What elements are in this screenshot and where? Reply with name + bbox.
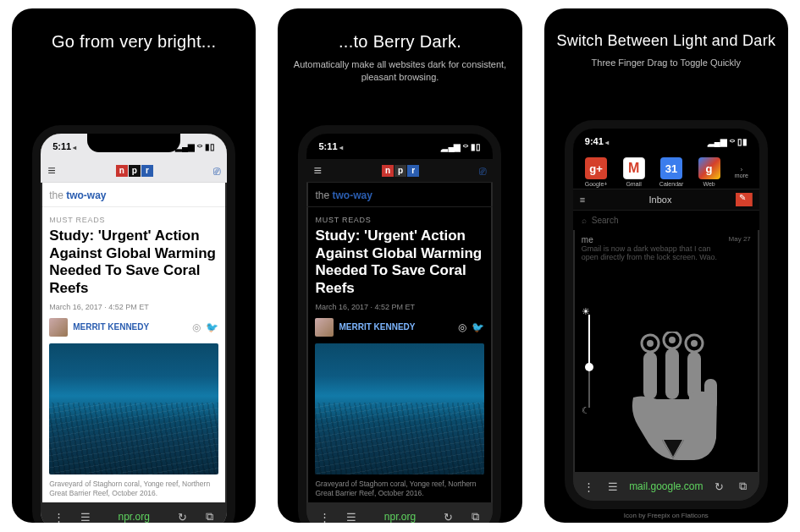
author-name[interactable]: MERRIT KENNEDY (73, 322, 187, 332)
kicker: MUST READS (306, 207, 493, 226)
app-gmail[interactable]: MGmail (615, 157, 652, 187)
message-row[interactable]: me May 27 Gmail is now a dark webapp tha… (573, 230, 759, 266)
panel-title: Switch Between Light and Dark (556, 32, 775, 50)
calendar-icon: 31 (660, 157, 682, 179)
brightness-slider[interactable] (588, 315, 590, 408)
status-time: 5:11 (52, 141, 76, 151)
tabs-button[interactable]: ⧉ (200, 507, 218, 523)
photo-caption: Graveyard of Staghorn coral, Yonge reef,… (41, 474, 227, 498)
phone-mockup-light: 5:11 ▂▄▆ ⌔ ▮▯ ≡ npr ⎚ the two-way MUST R… (32, 125, 235, 523)
npr-logo: npr (116, 165, 153, 177)
chevron-right-icon: › (741, 167, 742, 173)
reload-button[interactable]: ↻ (712, 477, 727, 496)
app-switcher-row: g+Google+ MGmail 31Calendar gWeb ›more (573, 154, 759, 189)
menu-button[interactable]: ≡ (580, 195, 585, 205)
twitter-icon: 🐦 (472, 321, 484, 333)
reload-button[interactable]: ↻ (173, 507, 191, 523)
panel-subtitle: Three Finger Drag to Toggle Quickly (592, 57, 742, 69)
phone-notch (353, 134, 446, 152)
sidebar-button[interactable]: ⋮ (582, 477, 597, 496)
svg-point-3 (669, 337, 676, 343)
message-from: me (582, 235, 751, 244)
message-snippet: Gmail is now a dark webapp that I can (582, 244, 751, 253)
reader-button[interactable]: ☰ (76, 507, 95, 523)
browser-toolbar: ⋮ ☰ mail.google.com ↻ ⧉ (573, 472, 759, 501)
message-date: May 27 (729, 235, 751, 243)
phone-mockup-dark: 5:11 ▂▄▆ ⌔ ▮▯ ≡ npr ⎚ the two-way MUST R… (298, 125, 501, 523)
search-bar[interactable]: ⌕ Search (573, 211, 759, 230)
panel-title: Go from very bright... (52, 32, 216, 52)
byline: MERRIT KENNEDY ◎🐦 (41, 318, 227, 343)
web-icon: g (698, 157, 720, 179)
promo-panel-gesture: Switch Between Light and Dark Three Fing… (544, 8, 788, 523)
address-bar[interactable]: mail.google.com (629, 480, 703, 492)
gmail-icon: M (623, 157, 645, 179)
address-bar[interactable]: npr.org (103, 511, 164, 523)
promo-panel-light: Go from very bright... 5:11 ▂▄▆ ⌔ ▮▯ ≡ n… (12, 8, 256, 523)
author-avatar[interactable] (315, 318, 334, 337)
article-headline[interactable]: Study: 'Urgent' Action Against Global Wa… (41, 226, 227, 303)
radio-icon[interactable]: ⎚ (479, 164, 486, 178)
message-snippet: open directly from the lock screen. Wao. (582, 253, 751, 261)
instagram-icon: ◎ (458, 321, 466, 333)
share-icons[interactable]: ◎🐦 (192, 321, 218, 333)
section-label[interactable]: the two-way (41, 183, 227, 207)
promo-panel-dark: ...to Berry Dark. Automatically make all… (278, 8, 521, 523)
browser-toolbar: ⋮ ☰ npr.org ↻ ⧉ (41, 502, 227, 523)
status-time: 9:41 (585, 136, 609, 146)
more-apps-button[interactable]: ›more (729, 157, 754, 187)
article-dateline: March 16, 2017 · 4:52 PM ET (306, 303, 493, 318)
battery-icon: ▮▯ (471, 142, 481, 151)
wifi-icon: ⌔ (463, 142, 468, 151)
author-avatar[interactable] (49, 318, 68, 337)
status-indicators: ▂▄▆ ⌔ ▮▯ (441, 142, 481, 151)
byline: MERRIT KENNEDY ◎🐦 (306, 318, 493, 343)
reload-button[interactable]: ↻ (439, 507, 457, 523)
sidebar-button[interactable]: ⋮ (49, 507, 68, 523)
radio-icon[interactable]: ⎚ (213, 164, 220, 178)
panel-title: ...to Berry Dark. (339, 32, 461, 52)
slider-thumb[interactable] (585, 363, 593, 371)
svg-rect-7 (665, 348, 679, 399)
site-header: ≡ npr ⎚ (41, 159, 227, 183)
inbox-title: Inbox (649, 195, 672, 205)
tabs-button[interactable]: ⧉ (736, 477, 751, 496)
svg-rect-6 (643, 352, 657, 399)
reader-button[interactable]: ☰ (605, 477, 621, 496)
app-web[interactable]: gWeb (691, 157, 727, 187)
site-header: ≡ npr ⎚ (306, 159, 493, 183)
article-photo[interactable] (315, 343, 484, 474)
googleplus-icon: g+ (585, 157, 607, 179)
tabs-button[interactable]: ⧉ (466, 507, 484, 523)
icon-credit: Icon by Freepix on Flaticons (544, 512, 788, 519)
phone-notch (620, 129, 713, 147)
three-finger-drag-icon (613, 332, 731, 475)
sidebar-button[interactable]: ⋮ (315, 507, 334, 523)
article-headline[interactable]: Study: 'Urgent' Action Against Global Wa… (306, 226, 493, 303)
photo-caption: Graveyard of Staghorn coral, Yonge reef,… (306, 474, 493, 498)
address-bar[interactable]: npr.org (369, 511, 430, 523)
search-icon: ⌕ (582, 216, 587, 225)
inbox-header: ≡ Inbox (573, 189, 759, 211)
twitter-icon: 🐦 (206, 321, 218, 333)
status-time: 5:11 (318, 141, 342, 151)
browser-toolbar: ⋮ ☰ npr.org ↻ ⧉ (306, 502, 493, 523)
instagram-icon: ◎ (192, 321, 201, 333)
app-calendar[interactable]: 31Calendar (654, 157, 690, 187)
panel-subtitle: Automatically make all websites dark for… (278, 58, 521, 85)
wifi-icon: ⌔ (730, 137, 735, 146)
wifi-icon: ⌔ (197, 142, 202, 151)
phone-mockup-gesture: 9:41 ▂▄▆ ⌔ ▯▮ g+Google+ MGmail 31Calenda… (565, 120, 768, 509)
battery-icon: ▮▯ (205, 142, 215, 151)
reader-button[interactable]: ☰ (342, 507, 361, 523)
status-indicators: ▂▄▆ ⌔ ▮▯ (175, 142, 215, 151)
section-label[interactable]: the two-way (306, 183, 493, 207)
app-googleplus[interactable]: g+Google+ (578, 157, 615, 187)
phone-notch (87, 134, 180, 152)
article-photo[interactable] (49, 343, 218, 474)
author-name[interactable]: MERRIT KENNEDY (339, 322, 453, 332)
compose-button[interactable] (736, 193, 753, 206)
battery-icon: ▯▮ (737, 137, 748, 146)
share-icons[interactable]: ◎🐦 (458, 321, 484, 333)
svg-rect-10 (669, 413, 677, 442)
